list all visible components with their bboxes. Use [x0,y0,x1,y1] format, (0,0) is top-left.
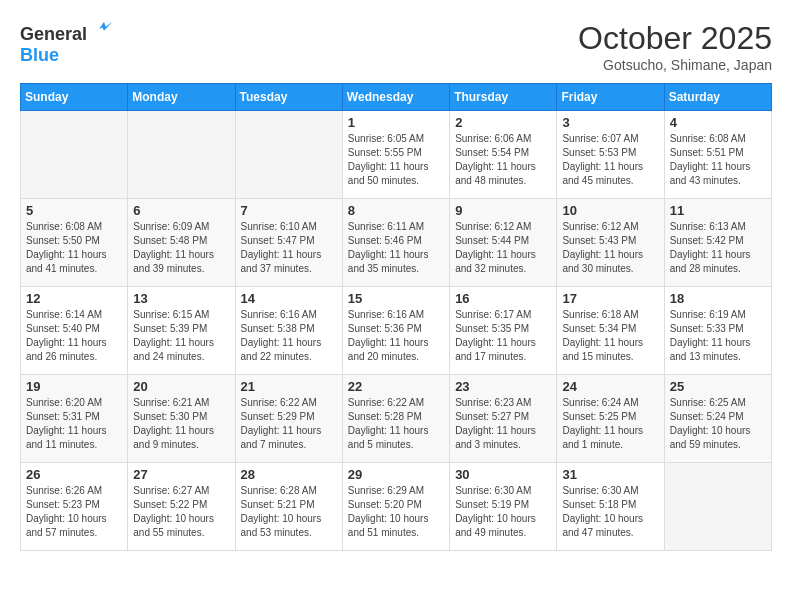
calendar-cell: 6Sunrise: 6:09 AMSunset: 5:48 PMDaylight… [128,199,235,287]
calendar-cell: 30Sunrise: 6:30 AMSunset: 5:19 PMDayligh… [450,463,557,551]
location-subtitle: Gotsucho, Shimane, Japan [578,57,772,73]
day-info: Sunrise: 6:12 AMSunset: 5:43 PMDaylight:… [562,220,658,276]
calendar-cell [128,111,235,199]
calendar-cell: 4Sunrise: 6:08 AMSunset: 5:51 PMDaylight… [664,111,771,199]
day-number: 12 [26,291,122,306]
weekday-header-saturday: Saturday [664,84,771,111]
day-info: Sunrise: 6:08 AMSunset: 5:51 PMDaylight:… [670,132,766,188]
day-number: 27 [133,467,229,482]
day-number: 16 [455,291,551,306]
calendar-cell: 22Sunrise: 6:22 AMSunset: 5:28 PMDayligh… [342,375,449,463]
day-info: Sunrise: 6:23 AMSunset: 5:27 PMDaylight:… [455,396,551,452]
calendar-cell: 10Sunrise: 6:12 AMSunset: 5:43 PMDayligh… [557,199,664,287]
calendar-cell: 26Sunrise: 6:26 AMSunset: 5:23 PMDayligh… [21,463,128,551]
day-info: Sunrise: 6:28 AMSunset: 5:21 PMDaylight:… [241,484,337,540]
calendar-cell: 31Sunrise: 6:30 AMSunset: 5:18 PMDayligh… [557,463,664,551]
calendar-cell: 13Sunrise: 6:15 AMSunset: 5:39 PMDayligh… [128,287,235,375]
day-info: Sunrise: 6:29 AMSunset: 5:20 PMDaylight:… [348,484,444,540]
day-number: 23 [455,379,551,394]
calendar-cell: 18Sunrise: 6:19 AMSunset: 5:33 PMDayligh… [664,287,771,375]
calendar-cell: 16Sunrise: 6:17 AMSunset: 5:35 PMDayligh… [450,287,557,375]
calendar-cell: 12Sunrise: 6:14 AMSunset: 5:40 PMDayligh… [21,287,128,375]
day-number: 26 [26,467,122,482]
calendar-cell: 7Sunrise: 6:10 AMSunset: 5:47 PMDaylight… [235,199,342,287]
day-number: 9 [455,203,551,218]
calendar-week-row: 19Sunrise: 6:20 AMSunset: 5:31 PMDayligh… [21,375,772,463]
day-info: Sunrise: 6:30 AMSunset: 5:19 PMDaylight:… [455,484,551,540]
day-number: 29 [348,467,444,482]
day-number: 28 [241,467,337,482]
calendar-week-row: 1Sunrise: 6:05 AMSunset: 5:55 PMDaylight… [21,111,772,199]
day-number: 13 [133,291,229,306]
day-number: 19 [26,379,122,394]
weekday-header-wednesday: Wednesday [342,84,449,111]
day-number: 5 [26,203,122,218]
calendar-cell: 2Sunrise: 6:06 AMSunset: 5:54 PMDaylight… [450,111,557,199]
weekday-header-friday: Friday [557,84,664,111]
day-info: Sunrise: 6:13 AMSunset: 5:42 PMDaylight:… [670,220,766,276]
day-number: 8 [348,203,444,218]
logo-text-line1: General [20,20,114,46]
day-number: 25 [670,379,766,394]
day-info: Sunrise: 6:07 AMSunset: 5:53 PMDaylight:… [562,132,658,188]
calendar-cell: 29Sunrise: 6:29 AMSunset: 5:20 PMDayligh… [342,463,449,551]
title-block: October 2025 Gotsucho, Shimane, Japan [578,20,772,73]
calendar-cell: 25Sunrise: 6:25 AMSunset: 5:24 PMDayligh… [664,375,771,463]
day-number: 10 [562,203,658,218]
day-info: Sunrise: 6:15 AMSunset: 5:39 PMDaylight:… [133,308,229,364]
calendar-cell: 15Sunrise: 6:16 AMSunset: 5:36 PMDayligh… [342,287,449,375]
calendar-cell: 9Sunrise: 6:12 AMSunset: 5:44 PMDaylight… [450,199,557,287]
month-title: October 2025 [578,20,772,57]
day-number: 15 [348,291,444,306]
calendar-cell: 23Sunrise: 6:23 AMSunset: 5:27 PMDayligh… [450,375,557,463]
logo-bird-icon [94,20,114,40]
day-number: 22 [348,379,444,394]
calendar-cell: 20Sunrise: 6:21 AMSunset: 5:30 PMDayligh… [128,375,235,463]
calendar-week-row: 26Sunrise: 6:26 AMSunset: 5:23 PMDayligh… [21,463,772,551]
calendar-cell: 19Sunrise: 6:20 AMSunset: 5:31 PMDayligh… [21,375,128,463]
calendar-cell: 28Sunrise: 6:28 AMSunset: 5:21 PMDayligh… [235,463,342,551]
day-number: 31 [562,467,658,482]
calendar-cell: 8Sunrise: 6:11 AMSunset: 5:46 PMDaylight… [342,199,449,287]
day-number: 18 [670,291,766,306]
weekday-header-thursday: Thursday [450,84,557,111]
day-number: 6 [133,203,229,218]
calendar-week-row: 5Sunrise: 6:08 AMSunset: 5:50 PMDaylight… [21,199,772,287]
calendar-cell: 11Sunrise: 6:13 AMSunset: 5:42 PMDayligh… [664,199,771,287]
day-info: Sunrise: 6:22 AMSunset: 5:28 PMDaylight:… [348,396,444,452]
calendar-week-row: 12Sunrise: 6:14 AMSunset: 5:40 PMDayligh… [21,287,772,375]
day-number: 30 [455,467,551,482]
day-info: Sunrise: 6:05 AMSunset: 5:55 PMDaylight:… [348,132,444,188]
day-info: Sunrise: 6:19 AMSunset: 5:33 PMDaylight:… [670,308,766,364]
day-info: Sunrise: 6:30 AMSunset: 5:18 PMDaylight:… [562,484,658,540]
weekday-header-sunday: Sunday [21,84,128,111]
calendar-cell: 3Sunrise: 6:07 AMSunset: 5:53 PMDaylight… [557,111,664,199]
day-info: Sunrise: 6:09 AMSunset: 5:48 PMDaylight:… [133,220,229,276]
calendar-table: SundayMondayTuesdayWednesdayThursdayFrid… [20,83,772,551]
calendar-cell [21,111,128,199]
day-info: Sunrise: 6:24 AMSunset: 5:25 PMDaylight:… [562,396,658,452]
calendar-cell: 24Sunrise: 6:24 AMSunset: 5:25 PMDayligh… [557,375,664,463]
day-info: Sunrise: 6:08 AMSunset: 5:50 PMDaylight:… [26,220,122,276]
day-number: 1 [348,115,444,130]
weekday-header-tuesday: Tuesday [235,84,342,111]
logo-text-line2: Blue [20,46,114,64]
day-number: 3 [562,115,658,130]
day-info: Sunrise: 6:11 AMSunset: 5:46 PMDaylight:… [348,220,444,276]
day-number: 21 [241,379,337,394]
calendar-cell: 1Sunrise: 6:05 AMSunset: 5:55 PMDaylight… [342,111,449,199]
day-number: 11 [670,203,766,218]
day-info: Sunrise: 6:06 AMSunset: 5:54 PMDaylight:… [455,132,551,188]
day-number: 7 [241,203,337,218]
day-info: Sunrise: 6:22 AMSunset: 5:29 PMDaylight:… [241,396,337,452]
day-info: Sunrise: 6:16 AMSunset: 5:38 PMDaylight:… [241,308,337,364]
day-info: Sunrise: 6:18 AMSunset: 5:34 PMDaylight:… [562,308,658,364]
weekday-header-monday: Monday [128,84,235,111]
calendar-cell [235,111,342,199]
day-info: Sunrise: 6:14 AMSunset: 5:40 PMDaylight:… [26,308,122,364]
day-info: Sunrise: 6:16 AMSunset: 5:36 PMDaylight:… [348,308,444,364]
day-info: Sunrise: 6:20 AMSunset: 5:31 PMDaylight:… [26,396,122,452]
day-info: Sunrise: 6:21 AMSunset: 5:30 PMDaylight:… [133,396,229,452]
day-info: Sunrise: 6:26 AMSunset: 5:23 PMDaylight:… [26,484,122,540]
page-header: General Blue October 2025 Gotsucho, Shim… [20,20,772,73]
